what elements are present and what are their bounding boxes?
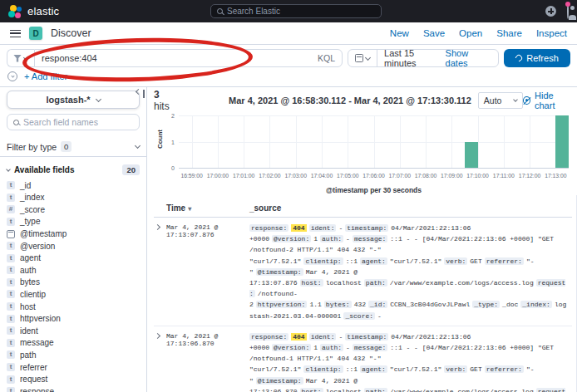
expand-row-icon[interactable] (155, 333, 160, 339)
global-search-placeholder: Search Elastic (227, 7, 280, 16)
discover-app-icon[interactable]: D (29, 27, 42, 40)
field-name: _type (20, 217, 40, 226)
help-icon[interactable] (545, 6, 556, 17)
sidebar-field-agent[interactable]: tagent (7, 254, 140, 262)
global-search-input[interactable]: Search Elastic (210, 4, 382, 18)
nav-link-open[interactable]: Open (459, 28, 482, 38)
string-field-icon: t (7, 181, 15, 189)
string-field-icon: t (7, 326, 15, 335)
field-value: CCBN_3cB04dGovJLPawl (390, 301, 470, 308)
highlighted-value: 404 (291, 224, 306, 232)
sidebar-field-path[interactable]: tpath (7, 350, 140, 359)
time-range-value[interactable]: Last 15 minutes (377, 48, 446, 68)
doc-source: response:404ident:-timestamp:04/Mar/2021… (249, 223, 572, 321)
sidebar-field-bytes[interactable]: tbytes (7, 278, 140, 287)
field-list: t_idt_index#_scoret_type@timestampt@vers… (7, 181, 140, 392)
show-dates-button[interactable]: Show dates (446, 48, 498, 68)
sidebar-field-auth[interactable]: tauth (7, 266, 140, 274)
string-field-icon: t (7, 339, 15, 347)
sidebar-field-ident[interactable]: tident (7, 326, 140, 335)
sidebar-field-_score[interactable]: #_score (7, 205, 140, 213)
nav-link-inspect[interactable]: Inspect (536, 28, 567, 38)
sidebar-field-message[interactable]: tmessage (7, 339, 140, 347)
field-value: ::1 (346, 257, 358, 265)
y-tick-label: 0 (171, 165, 175, 171)
chevron-down-icon (96, 96, 101, 101)
query-bar: response:404 KQL Last 15 minutes Show da… (0, 45, 577, 71)
elastic-logo-icon[interactable] (8, 5, 22, 18)
field-name: @timestamp (20, 229, 67, 238)
hide-chart-button[interactable]: Hide chart (523, 91, 572, 110)
interval-select[interactable]: Auto (478, 92, 523, 109)
filter-by-type-toggle[interactable]: Filter by type 0 (0, 137, 146, 157)
field-key: httpversion: (256, 301, 308, 308)
histogram-bar-17:09:30[interactable] (465, 142, 478, 169)
document-row[interactable]: Mar 4, 2021 @ 17:13:06.870response:404id… (154, 326, 572, 392)
saved-query-menu-button[interactable] (7, 49, 34, 67)
sidebar-field-@version[interactable]: t@version (7, 242, 140, 250)
user-avatar[interactable] (567, 4, 569, 19)
histogram-chart: Count 012 16:59:0017:00:0017:01:0017:02:… (154, 112, 572, 196)
field-search-placeholder: Search field names (23, 117, 98, 127)
chevron-down-icon (23, 54, 29, 60)
x-tick-label: 17:01:00 (233, 173, 254, 179)
sidebar-field-referrer[interactable]: treferrer (7, 363, 140, 371)
x-tick-label: 17:04:00 (311, 173, 333, 179)
date-quick-select-button[interactable] (348, 50, 377, 66)
document-row[interactable]: Mar 4, 2021 @ 17:13:07.876response:404id… (154, 218, 572, 326)
filter-by-type-count: 0 (61, 141, 72, 152)
field-name: path (20, 350, 36, 360)
highlighted-value: 404 (291, 333, 306, 341)
field-key: bytes: (324, 301, 352, 308)
x-tick-label: 17:10:00 (466, 173, 488, 179)
string-field-icon: t (7, 350, 15, 359)
field-value: 1 (313, 344, 318, 351)
field-key: _type: (472, 301, 500, 308)
field-key: _id: (368, 301, 387, 308)
add-filter-button[interactable]: + Add filter (24, 71, 67, 81)
sidebar-field-@timestamp[interactable]: @timestamp (7, 229, 140, 238)
sidebar-field-response[interactable]: tresponse (7, 387, 140, 392)
available-fields-header[interactable]: Available fields 20 (7, 164, 140, 175)
filter-options-icon[interactable] (7, 71, 17, 81)
string-field-icon: t (7, 194, 15, 202)
number-field-icon: # (7, 205, 15, 213)
query-input[interactable]: response:404 KQL (34, 49, 343, 67)
menu-icon[interactable] (10, 30, 21, 37)
hits-count: 3 hits (154, 89, 175, 112)
field-key: ident: (309, 224, 337, 232)
nav-link-new[interactable]: New (390, 28, 409, 38)
field-search-input[interactable]: Search field names (7, 114, 140, 130)
x-tick-label: 17:09:00 (441, 173, 462, 179)
field-name: ident (20, 326, 38, 336)
query-text: response:404 (42, 53, 97, 63)
fields-sidebar: logstash-* Search field names Filter by … (0, 87, 147, 392)
sidebar-field-httpversion[interactable]: thttpversion (7, 315, 140, 323)
sidebar-field-request[interactable]: trequest (7, 375, 140, 384)
date-field-icon (7, 230, 15, 238)
sidebar-field-_type[interactable]: t_type (7, 218, 140, 226)
index-pattern-selector[interactable]: logstash-* (7, 91, 140, 109)
chart-time-range: Mar 4, 2021 @ 16:58:30.112 - Mar 4, 2021… (229, 96, 471, 105)
field-value: - (346, 235, 350, 243)
column-time[interactable]: Time▾ (166, 203, 249, 213)
histogram-bar-17:13:00[interactable] (555, 115, 569, 168)
sort-descending-icon[interactable]: ▾ (188, 205, 191, 213)
sidebar-field-_index[interactable]: t_index (7, 194, 140, 202)
query-language-button[interactable]: KQL (318, 53, 335, 63)
y-tick-label: 1 (171, 139, 175, 145)
field-key: path: (364, 279, 387, 287)
field-name: referrer (20, 363, 47, 372)
sidebar-field-_id[interactable]: t_id (7, 181, 140, 189)
collapse-sidebar-icon[interactable] (136, 90, 145, 98)
refresh-button[interactable]: Refresh (504, 49, 570, 67)
string-field-icon: t (7, 302, 15, 311)
sidebar-field-clientip[interactable]: tclientip (7, 290, 140, 298)
field-name: httpversion (20, 314, 61, 323)
nav-link-save[interactable]: Save (423, 28, 445, 38)
nav-link-share[interactable]: Share (496, 28, 522, 38)
field-value: _doc (502, 301, 518, 308)
field-key: host: (300, 388, 323, 392)
sidebar-field-host[interactable]: thost (7, 302, 140, 311)
expand-row-icon[interactable] (155, 224, 160, 230)
